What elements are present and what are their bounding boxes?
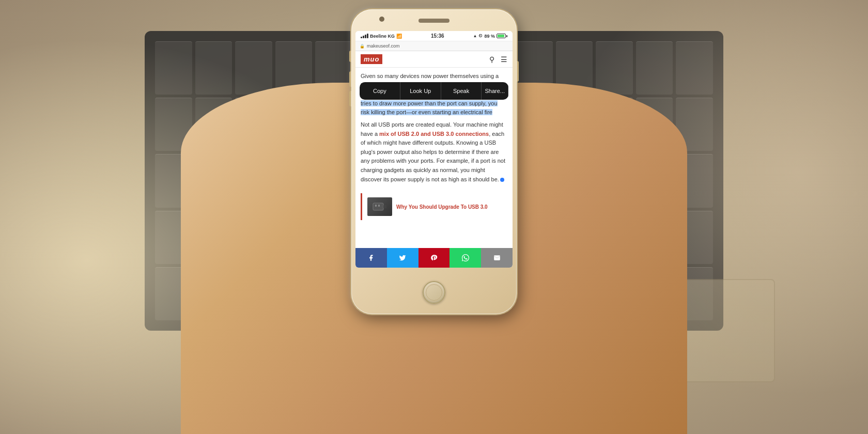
usb-icon (372, 201, 388, 212)
related-article-title[interactable]: Why You Should Upgrade To USB 3.0 (396, 204, 488, 210)
context-menu: Copy Look Up Speak Share... (360, 82, 508, 100)
front-camera (379, 17, 384, 22)
alarm-icon: ⏲ (478, 34, 483, 38)
iphone-device: Beeline KG 📶 15:36 ▲ ⏲ 89 % (351, 9, 517, 314)
email-share-button[interactable] (481, 248, 513, 268)
battery-body (497, 34, 506, 38)
site-nav-bar: muo ⚲ ☰ (355, 51, 513, 68)
battery-fill (498, 35, 504, 37)
svg-rect-2 (375, 205, 377, 207)
address-bar[interactable]: 🔒 makeuseof.com (355, 41, 513, 51)
clock: 15:36 (431, 33, 444, 39)
related-thumb-image (367, 197, 392, 216)
context-menu-lookup[interactable]: Look Up (400, 82, 441, 100)
volume-up-button[interactable] (349, 71, 351, 87)
svg-rect-1 (383, 205, 386, 208)
iphone-frame: Beeline KG 📶 15:36 ▲ ⏲ 89 % (351, 9, 517, 314)
url-text[interactable]: makeuseof.com (367, 43, 400, 49)
article-paragraph-2: Not all USB ports are created equal. You… (361, 120, 507, 184)
signal-bar-4 (367, 34, 368, 38)
location-icon: ▲ (473, 34, 477, 38)
whatsapp-icon (462, 254, 469, 261)
battery-tip (506, 35, 507, 37)
mute-button[interactable] (349, 51, 351, 62)
context-menu-share[interactable]: Share... (482, 82, 508, 100)
status-left: Beeline KG 📶 (361, 34, 402, 39)
muo-logo[interactable]: muo (361, 54, 382, 64)
context-menu-copy[interactable]: Copy (360, 82, 400, 100)
twitter-share-button[interactable] (387, 248, 419, 268)
status-right: ▲ ⏲ 89 % (473, 34, 507, 39)
facebook-icon (367, 254, 375, 261)
related-article[interactable]: Why You Should Upgrade To USB 3.0 (361, 193, 507, 220)
article-link-usb[interactable]: mix of USB 2.0 and USB 3.0 connections (379, 131, 489, 137)
social-share-bar (355, 248, 513, 268)
iphone-screen[interactable]: Beeline KG 📶 15:36 ▲ ⏲ 89 % (355, 31, 513, 268)
power-button[interactable] (517, 61, 519, 82)
carrier-name: Beeline KG (370, 34, 395, 39)
article-area: Copy Look Up Speak Share... Given so man… (355, 68, 513, 190)
hamburger-menu-icon[interactable]: ☰ (501, 55, 507, 64)
pinterest-icon (430, 254, 438, 261)
home-button[interactable] (423, 281, 445, 304)
earpiece-speaker (419, 19, 450, 23)
signal-bar-1 (361, 37, 362, 38)
whatsapp-share-button[interactable] (450, 248, 481, 268)
signal-bar-3 (365, 35, 366, 38)
signal-bars (361, 34, 368, 38)
nav-icons: ⚲ ☰ (489, 55, 507, 64)
text-cursor-dot (500, 178, 504, 182)
wifi-icon: 📶 (396, 34, 402, 39)
facebook-share-button[interactable] (355, 248, 387, 268)
context-menu-speak[interactable]: Speak (441, 82, 482, 100)
volume-down-button[interactable] (349, 91, 351, 106)
twitter-icon (399, 254, 406, 261)
search-icon[interactable]: ⚲ (489, 55, 494, 64)
status-bar: Beeline KG 📶 15:36 ▲ ⏲ 89 % (355, 31, 513, 41)
battery-icon (497, 34, 507, 38)
svg-rect-3 (378, 205, 380, 207)
home-button-ring (426, 284, 442, 301)
signal-bar-2 (363, 36, 364, 38)
related-thumbnail (367, 197, 392, 216)
article-text-p2-end: , each of which might have different out… (361, 131, 505, 182)
ssl-lock-icon: 🔒 (360, 44, 365, 49)
email-icon (493, 254, 501, 261)
battery-percent: 89 % (484, 34, 495, 39)
pinterest-share-button[interactable] (419, 248, 450, 268)
svg-rect-0 (373, 203, 383, 210)
